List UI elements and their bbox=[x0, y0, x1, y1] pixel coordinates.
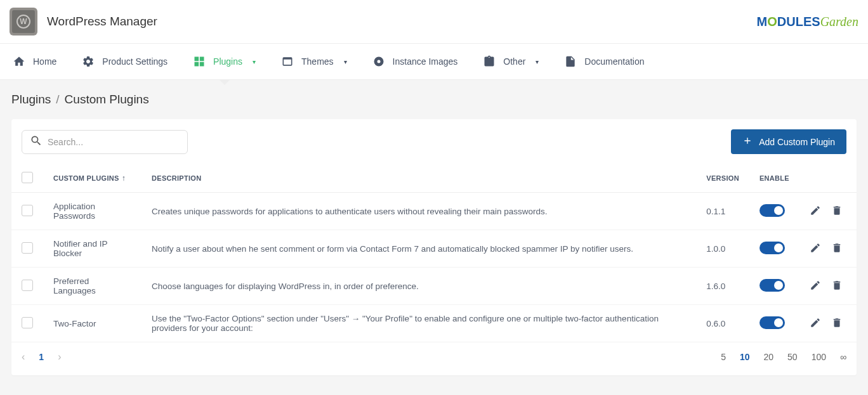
plugin-name: Preferred Languages bbox=[43, 268, 141, 305]
breadcrumb-current: Custom Plugins bbox=[65, 93, 149, 107]
breadcrumb: Plugins / Custom Plugins bbox=[0, 80, 868, 119]
th-name[interactable]: CUSTOM PLUGINS↑ bbox=[43, 164, 141, 193]
page-size-option[interactable]: 20 bbox=[764, 352, 774, 362]
plugins-table: CUSTOM PLUGINS↑ DESCRIPTION VERSION ENAB… bbox=[11, 164, 857, 342]
delete-icon[interactable] bbox=[831, 205, 843, 218]
nav-themes-label: Themes bbox=[301, 56, 334, 67]
table-row: Application Passwords Creates unique pas… bbox=[11, 193, 857, 230]
nav-themes[interactable]: Themes ▾ bbox=[278, 49, 350, 74]
document-icon bbox=[564, 55, 577, 68]
prev-page-button[interactable]: ‹ bbox=[22, 351, 25, 363]
breadcrumb-separator: / bbox=[56, 93, 59, 107]
delete-icon[interactable] bbox=[831, 280, 843, 293]
page-sizes: 5102050100∞ bbox=[721, 352, 846, 362]
plugin-version: 0.6.0 bbox=[696, 305, 749, 342]
edit-icon[interactable] bbox=[810, 242, 821, 256]
delete-icon[interactable] bbox=[831, 242, 843, 256]
row-checkbox[interactable] bbox=[22, 317, 33, 328]
svg-point-1 bbox=[377, 60, 380, 63]
plugin-version: 0.1.1 bbox=[696, 193, 749, 230]
widgets-icon bbox=[193, 55, 206, 68]
main-panel: Add Custom Plugin CUSTOM PLUGINS↑ DESCRI… bbox=[11, 119, 857, 375]
delete-icon[interactable] bbox=[831, 317, 843, 330]
enable-toggle[interactable] bbox=[760, 279, 785, 292]
chevron-down-icon: ▾ bbox=[344, 58, 347, 65]
plugin-name: Two-Factor bbox=[43, 305, 141, 342]
table-row: Two-Factor Use the "Two-Factor Options" … bbox=[11, 305, 857, 342]
top-header: W WordPress Manager MODULESGarden bbox=[0, 0, 868, 43]
plugin-description: Creates unique passwords for application… bbox=[141, 193, 696, 230]
gear-icon bbox=[82, 55, 95, 68]
add-custom-plugin-button[interactable]: Add Custom Plugin bbox=[731, 129, 846, 154]
th-checkbox bbox=[11, 164, 43, 193]
page-size-option[interactable]: 100 bbox=[812, 352, 826, 362]
nav-product-settings[interactable]: Product Settings bbox=[79, 49, 171, 74]
search-icon bbox=[30, 134, 43, 150]
edit-icon[interactable] bbox=[810, 317, 821, 330]
plugin-description: Notify a user about when he sent comment… bbox=[141, 230, 696, 268]
home-icon bbox=[13, 55, 25, 68]
app-icon: W bbox=[10, 8, 37, 36]
row-checkbox[interactable] bbox=[22, 280, 33, 291]
table-row: Preferred Languages Choose languages for… bbox=[11, 268, 857, 305]
nav-home[interactable]: Home bbox=[10, 49, 60, 74]
plugin-version: 1.0.0 bbox=[696, 230, 749, 268]
clipboard-icon bbox=[483, 55, 496, 68]
th-enable: ENABLE bbox=[749, 164, 799, 193]
plugin-name: Notifier and IP Blocker bbox=[43, 230, 141, 268]
row-checkbox[interactable] bbox=[22, 242, 33, 254]
nav-plugins[interactable]: Plugins ▾ bbox=[190, 49, 259, 74]
th-description[interactable]: DESCRIPTION bbox=[141, 164, 696, 193]
search-input[interactable] bbox=[48, 137, 180, 147]
select-all-checkbox[interactable] bbox=[22, 172, 33, 183]
edit-icon[interactable] bbox=[810, 205, 821, 218]
chevron-down-icon: ▾ bbox=[253, 58, 256, 65]
plugin-name: Application Passwords bbox=[43, 193, 141, 230]
add-button-label: Add Custom Plugin bbox=[759, 137, 835, 147]
disc-icon bbox=[372, 55, 385, 68]
sort-up-icon: ↑ bbox=[122, 174, 126, 183]
chevron-down-icon: ▾ bbox=[536, 58, 539, 65]
search-box bbox=[22, 130, 188, 154]
header-left: W WordPress Manager bbox=[10, 8, 157, 36]
web-icon bbox=[281, 55, 294, 68]
nav-other-label: Other bbox=[503, 56, 525, 67]
nav-documentation[interactable]: Documentation bbox=[561, 49, 647, 74]
nav-plugins-label: Plugins bbox=[213, 56, 242, 67]
page-size-option[interactable]: 10 bbox=[740, 352, 750, 362]
nav-bar: Home Product Settings Plugins ▾ Themes ▾… bbox=[0, 43, 868, 80]
panel-footer: ‹ 1 › 5102050100∞ bbox=[11, 342, 857, 375]
nav-product-settings-label: Product Settings bbox=[102, 56, 168, 67]
plugin-version: 1.6.0 bbox=[696, 268, 749, 305]
enable-toggle[interactable] bbox=[760, 204, 785, 217]
nav-other[interactable]: Other ▾ bbox=[480, 49, 542, 74]
edit-icon[interactable] bbox=[810, 280, 821, 293]
app-title: WordPress Manager bbox=[47, 15, 157, 29]
nav-documentation-label: Documentation bbox=[584, 56, 644, 67]
row-checkbox[interactable] bbox=[22, 205, 33, 216]
plugin-description: Choose languages for displaying WordPres… bbox=[141, 268, 696, 305]
table-row: Notifier and IP Blocker Notify a user ab… bbox=[11, 230, 857, 268]
plus-icon bbox=[742, 136, 753, 148]
page-number[interactable]: 1 bbox=[39, 352, 44, 362]
enable-toggle[interactable] bbox=[760, 242, 785, 254]
page-size-option[interactable]: 5 bbox=[721, 352, 726, 362]
brand-logo: MODULESGarden bbox=[757, 15, 858, 29]
nav-home-label: Home bbox=[33, 56, 56, 67]
enable-toggle[interactable] bbox=[760, 316, 785, 329]
nav-instance-images-label: Instance Images bbox=[393, 56, 458, 67]
panel-head: Add Custom Plugin bbox=[11, 119, 857, 164]
wordpress-logo-icon: W bbox=[16, 15, 30, 29]
pager: ‹ 1 › bbox=[22, 351, 61, 363]
plugin-description: Use the "Two-Factor Options" section und… bbox=[141, 305, 696, 342]
page-size-option[interactable]: 50 bbox=[787, 352, 798, 362]
next-page-button[interactable]: › bbox=[58, 351, 61, 363]
th-version[interactable]: VERSION bbox=[696, 164, 749, 193]
nav-instance-images[interactable]: Instance Images bbox=[369, 49, 461, 74]
breadcrumb-root[interactable]: Plugins bbox=[11, 93, 51, 107]
th-actions bbox=[799, 164, 857, 193]
page-size-option[interactable]: ∞ bbox=[840, 352, 846, 362]
